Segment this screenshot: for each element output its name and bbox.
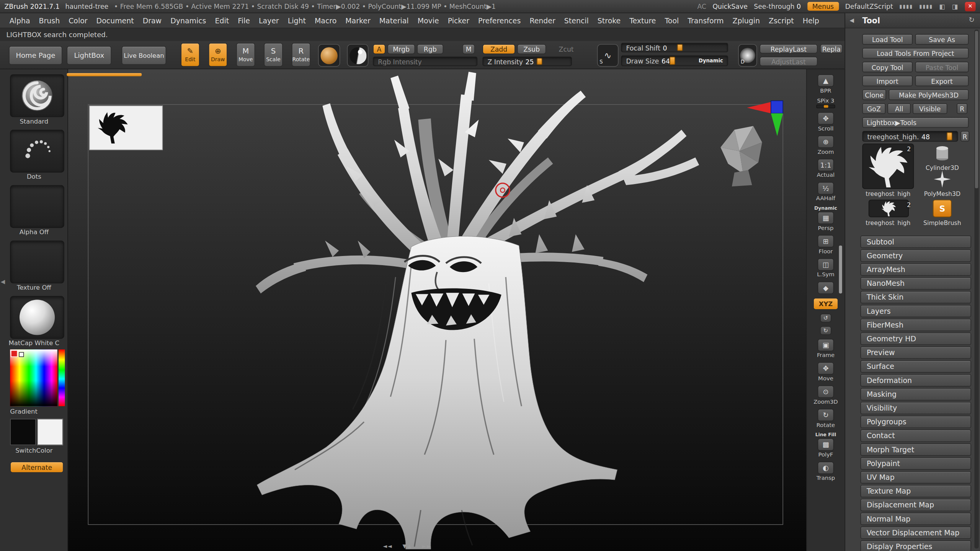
menu-dynamics[interactable]: Dynamics — [166, 16, 211, 25]
lightbox-button[interactable]: LightBox — [67, 46, 111, 65]
tool-slider-handle[interactable] — [947, 132, 952, 140]
floor-grid-icon[interactable]: ⊞Floor — [818, 235, 834, 254]
spix-slider-track[interactable] — [816, 104, 835, 108]
right-tray-divider-handle[interactable] — [839, 246, 842, 293]
tool-section-nanomesh[interactable]: NanoMesh — [860, 277, 971, 290]
tool-section-surface[interactable]: Surface — [860, 360, 971, 373]
menu-file[interactable]: File — [234, 16, 255, 25]
color-picker[interactable] — [10, 349, 65, 406]
tool-section-masking[interactable]: Masking — [860, 388, 971, 401]
dynamic-tag[interactable]: Dynamic — [699, 58, 723, 64]
sv-square[interactable] — [10, 349, 57, 406]
edit-mode-button[interactable]: ✎Edit — [181, 43, 199, 67]
current-alpha-thumb[interactable] — [10, 185, 64, 228]
z-intensity-slider[interactable]: Z Intensity 25 — [482, 57, 572, 66]
tool-section-uv-map[interactable]: UV Map — [860, 471, 971, 484]
mrgb-button[interactable]: Mrgb — [387, 44, 415, 54]
menu-render[interactable]: Render — [525, 16, 560, 25]
tool-section-polygroups[interactable]: Polygroups — [860, 416, 971, 428]
zsub-button[interactable]: Zsub — [517, 44, 546, 54]
tool-section-normal-map[interactable]: Normal Map — [860, 513, 971, 525]
xyz-button[interactable]: XYZ — [813, 298, 838, 310]
menu-zplugin[interactable]: Zplugin — [728, 16, 764, 25]
copy-tool-button[interactable]: Copy Tool — [862, 62, 913, 72]
tool-item-Cylinder3D[interactable] — [926, 143, 958, 163]
draw-size-handle[interactable] — [670, 57, 675, 65]
palette-scrollbar-thumb[interactable] — [975, 31, 978, 188]
menu-alpha[interactable]: Alpha — [5, 16, 34, 25]
rgb-intensity-slider[interactable]: Rgb Intensity — [373, 57, 477, 66]
replay-button[interactable]: Repla — [820, 44, 843, 54]
rotate-view-icon[interactable]: ↻Rotate — [817, 409, 835, 428]
brush-preview[interactable] — [318, 44, 340, 67]
z-intensity-handle[interactable] — [537, 58, 542, 65]
menu-transform[interactable]: Transform — [683, 16, 728, 25]
import-button[interactable]: Import — [862, 75, 913, 86]
document-canvas[interactable] — [68, 69, 806, 551]
lightbox-tools-button[interactable]: Lightbox▶Tools — [862, 117, 969, 128]
frame-icon[interactable]: ▣Frame — [817, 339, 835, 358]
document-viewport[interactable]: ◄◄ ▼▲ ►► — [68, 69, 806, 551]
menu-brush[interactable]: Brush — [34, 16, 64, 25]
menu-movie[interactable]: Movie — [413, 16, 443, 25]
menu-stencil[interactable]: Stencil — [560, 16, 593, 25]
axis-z-square[interactable] — [771, 101, 783, 113]
tool-section-display-properties[interactable]: Display Properties — [860, 540, 971, 551]
move-mode-button[interactable]: MMove — [236, 43, 255, 67]
see-through-control[interactable]: See-through 0 — [754, 3, 801, 10]
tray-icons-right[interactable]: ▮▮▮▮ — [919, 3, 933, 9]
save-as-button[interactable]: Save As — [915, 34, 969, 45]
spix-slider[interactable]: SPix 3 — [816, 98, 835, 108]
focal-shift-slider[interactable]: Focal Shift 0 — [621, 43, 728, 52]
menu-zscript[interactable]: Zscript — [764, 16, 798, 25]
menu-edit[interactable]: Edit — [211, 16, 234, 25]
scroll-updown-icon[interactable]: ▼▲ — [402, 543, 412, 549]
palette-menu-icon[interactable]: ↻ — [969, 16, 974, 24]
clone-button[interactable]: Clone — [862, 90, 886, 100]
tool-section-thick-skin[interactable]: Thick Skin — [860, 291, 971, 303]
current-stroke-thumb[interactable] — [10, 130, 64, 173]
menu-picker[interactable]: Picker — [443, 16, 474, 25]
layout-icon-b[interactable]: ◨ — [952, 3, 959, 10]
tool-section-visibility[interactable]: Visibility — [860, 402, 971, 414]
tool-resolution-slider[interactable]: treeghost_high. 48 — [862, 131, 958, 142]
home-page-button[interactable]: Home Page — [9, 46, 62, 65]
tool-section-subtool[interactable]: Subtool — [860, 235, 971, 248]
layout-icon-a[interactable]: ◧ — [939, 3, 946, 10]
menu-color[interactable]: Color — [64, 16, 92, 25]
current-color-swatch[interactable] — [11, 350, 18, 357]
live-boolean-button[interactable]: Live Boolean — [122, 46, 167, 65]
a-toggle-button[interactable]: A — [373, 44, 385, 54]
zscript-selector[interactable]: DefaultZScript — [845, 3, 893, 10]
goz-all-button[interactable]: All — [887, 103, 911, 114]
zadd-button[interactable]: Zadd — [482, 44, 515, 54]
left-tray-collapse-arrow[interactable]: ◀ — [1, 278, 5, 284]
menu-document[interactable]: Document — [92, 16, 138, 25]
menu-marker[interactable]: Marker — [341, 16, 375, 25]
tool-section-preview[interactable]: Preview — [860, 346, 971, 359]
tool-item-treeghost_high[interactable] — [869, 200, 909, 217]
menu-tool[interactable]: Tool — [660, 16, 683, 25]
tool-section-geometry-hd[interactable]: Geometry HD — [860, 333, 971, 345]
load-tool-button[interactable]: Load Tool — [862, 34, 913, 45]
zoom-icon[interactable]: ⊕Zoom — [818, 135, 834, 155]
goz-r-button[interactable]: R — [957, 103, 967, 114]
zoom3d-icon[interactable]: ⊙Zoom3D — [813, 385, 838, 405]
tool-section-polypaint[interactable]: Polypaint — [860, 457, 971, 470]
scale-mode-button[interactable]: SScale — [264, 43, 283, 67]
menu-material[interactable]: Material — [375, 16, 413, 25]
palette-scrollbar[interactable] — [974, 29, 979, 548]
goz-visible-button[interactable]: Visible — [913, 103, 947, 114]
canvas-nav-arrows[interactable]: ◄◄ ▼▲ ►► — [383, 543, 431, 549]
current-brush-thumb[interactable] — [10, 74, 64, 117]
tool-section-deformation[interactable]: Deformation — [860, 374, 971, 387]
menu-help[interactable]: Help — [798, 16, 823, 25]
current-texture-thumb[interactable] — [10, 241, 64, 284]
scroll-left-icon[interactable]: ◄◄ — [383, 543, 392, 549]
document-thumbnail[interactable] — [90, 106, 163, 150]
quicksave-button[interactable]: QuickSave — [713, 3, 748, 10]
lightbox-divider-bar[interactable] — [67, 73, 142, 76]
scroll-hand-icon[interactable]: ✥Scroll — [818, 112, 834, 132]
actual-size-icon[interactable]: 1:1Actual — [817, 159, 835, 178]
current-material-thumb[interactable] — [10, 296, 64, 339]
